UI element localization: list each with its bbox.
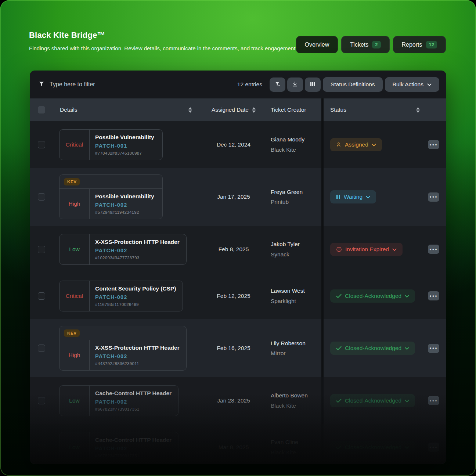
row-actions-button[interactable]: ●●● — [428, 344, 439, 353]
select-all-checkbox[interactable] — [38, 106, 45, 113]
columns-button[interactable] — [305, 77, 321, 92]
status-icon — [336, 399, 342, 403]
patch-id: PATCH-002 — [95, 399, 172, 405]
chevron-down-icon — [366, 194, 370, 200]
sort-icon[interactable] — [188, 107, 192, 113]
finding-card[interactable]: KEV High X-XSS-Protection HTTP Header PA… — [59, 326, 187, 371]
finding-title: Content Security Policy (CSP) — [95, 285, 176, 292]
finding-title: Possible Vulnerability — [95, 193, 154, 200]
status-pill[interactable]: Invitation Expired — [330, 243, 403, 256]
creator-name: Lawson West — [271, 286, 305, 296]
column-header-details[interactable]: Details — [60, 107, 77, 113]
row-checkbox[interactable] — [38, 246, 45, 253]
status-pill[interactable]: Closed-Acknowledged — [330, 394, 415, 407]
finding-hash: #667823#7739017351 — [95, 454, 172, 458]
column-header-ticket-creator[interactable]: Ticket Creator — [271, 107, 306, 113]
tab-reports[interactable]: Reports 12 — [393, 36, 446, 53]
download-button[interactable] — [287, 77, 303, 92]
table-header-row: Details Assigned Date Ticket Creator Sta… — [30, 98, 446, 121]
creator-name: Lily Roberson — [271, 338, 306, 348]
row-checkbox[interactable] — [38, 141, 45, 148]
status-pill[interactable]: Closed-Acknowledged — [330, 342, 415, 355]
columns-icon — [310, 81, 315, 88]
filter-input[interactable] — [50, 81, 174, 88]
status-icon — [336, 346, 342, 350]
filter-sort-button[interactable] — [270, 77, 285, 92]
table-row: KEV Critical Possible Vulnerability PATC… — [30, 121, 446, 168]
status-pill[interactable]: Assigned — [330, 138, 382, 151]
tab-tickets-badge: 2 — [372, 41, 381, 48]
patch-id: PATCH-002 — [95, 294, 176, 300]
severity-label: Critical — [60, 130, 90, 160]
status-icon — [336, 194, 340, 199]
finding-title: Cache-Control HTTP Header — [95, 390, 172, 397]
findings-panel: 12 entries Status Definitions Bulk — [30, 71, 446, 464]
assigned-date: Feb 16, 2025 — [202, 319, 265, 377]
tab-reports-label: Reports — [402, 42, 422, 48]
row-actions-button[interactable]: ●●● — [428, 140, 439, 149]
status-icon — [336, 246, 342, 252]
finding-title: X-XSS-Protection HTTP Header — [95, 239, 180, 245]
column-header-status[interactable]: Status — [330, 107, 346, 113]
finding-card[interactable]: KEV Low X-XSS-Protection HTTP Header PAT… — [59, 234, 187, 265]
tab-tickets[interactable]: Tickets 2 — [341, 36, 389, 53]
creator-company: Printub — [271, 197, 303, 207]
row-checkbox[interactable] — [38, 397, 45, 404]
patch-id: PATCH-001 — [95, 143, 154, 149]
kev-badge: KEV — [64, 329, 80, 337]
patch-id: PATCH-002 — [95, 248, 180, 253]
severity-label: Low — [60, 432, 90, 462]
status-definitions-label: Status Definitions — [331, 81, 375, 88]
patch-id: PATCH-002 — [95, 202, 154, 208]
column-header-assigned-date[interactable]: Assigned Date — [212, 107, 249, 113]
finding-card[interactable]: KEV Low Cache-Control HTTP Header PATCH-… — [59, 385, 178, 416]
finding-card[interactable]: KEV Critical Possible Vulnerability PATC… — [59, 129, 163, 160]
status-label: Invitation Expired — [345, 246, 389, 253]
app-background: Black Kite Bridge™ Findings shared with … — [0, 0, 476, 476]
sort-icon[interactable] — [416, 107, 420, 113]
row-checkbox[interactable] — [38, 345, 45, 352]
creator-name: Jakob Tyler — [271, 239, 300, 249]
download-icon — [292, 81, 298, 88]
patch-id: PATCH-002 — [95, 446, 172, 451]
row-actions-button[interactable]: ●●● — [428, 245, 439, 254]
table-body: KEV Critical Possible Vulnerability PATC… — [30, 121, 446, 464]
status-icon — [336, 445, 342, 450]
severity-label: High — [60, 340, 90, 370]
filter-sort-icon — [274, 81, 281, 88]
assigned-date: Feb 12, 2025 — [202, 273, 265, 319]
finding-hash: #443792#8836239011 — [95, 361, 180, 366]
finding-card[interactable]: KEV Low Cache-Control HTTP Header PATCH-… — [59, 432, 178, 463]
status-pill[interactable]: Closed-Acknowledged — [330, 289, 415, 303]
severity-label: Low — [60, 386, 90, 416]
tab-overview[interactable]: Overview — [296, 36, 338, 53]
finding-hash: #667823#7739017351 — [95, 407, 172, 411]
creator-name: Alberto Bowen — [271, 390, 308, 400]
row-checkbox[interactable] — [38, 193, 45, 201]
assigned-date: Jan 28, 2025 — [202, 377, 265, 424]
row-checkbox[interactable] — [38, 444, 45, 451]
creator-company: Black Kite — [271, 145, 304, 155]
row-actions-button[interactable]: ●●● — [428, 396, 439, 405]
creator-company: Synack — [271, 249, 300, 259]
row-actions-button[interactable]: ●●● — [428, 443, 439, 452]
status-pill[interactable]: Closed-Acknowledged — [330, 441, 415, 454]
table-row: KEV Low X-XSS-Protection HTTP Header PAT… — [30, 226, 446, 273]
row-checkbox[interactable] — [38, 292, 45, 300]
finding-card[interactable]: KEV High Possible Vulnerability PATCH-00… — [59, 174, 163, 219]
bulk-actions-button[interactable]: Bulk Actions — [385, 77, 439, 92]
severity-label: Low — [60, 234, 90, 264]
status-icon — [336, 142, 342, 147]
assigned-date: Feb 8, 2025 — [202, 226, 265, 273]
creator-company: Black Kite — [271, 447, 298, 457]
status-pill[interactable]: Waiting — [330, 190, 376, 203]
row-actions-button[interactable]: ●●● — [428, 291, 439, 300]
chevron-down-icon — [372, 141, 376, 148]
kev-strip: KEV — [60, 326, 186, 340]
status-definitions-button[interactable]: Status Definitions — [323, 77, 383, 92]
sort-icon[interactable] — [252, 107, 256, 113]
finding-title: Cache-Control HTTP Header — [95, 437, 172, 443]
row-actions-button[interactable]: ●●● — [428, 192, 439, 202]
finding-card[interactable]: KEV Critical Content Security Policy (CS… — [59, 281, 183, 311]
table-row: KEV High X-XSS-Protection HTTP Header PA… — [30, 319, 446, 377]
